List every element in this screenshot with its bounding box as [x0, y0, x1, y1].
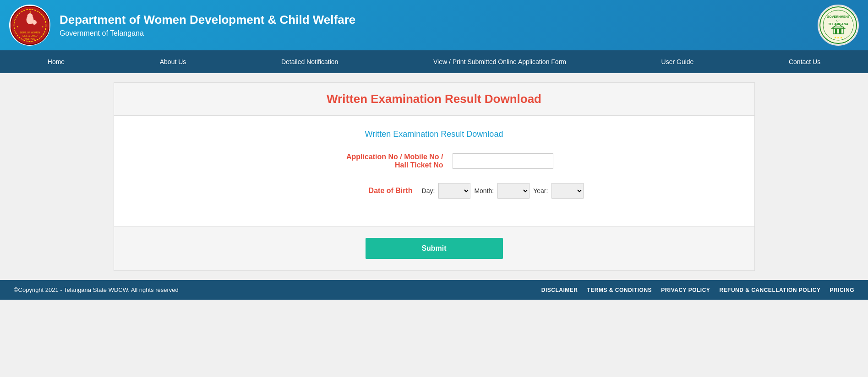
dob-group: Day: Month: Year:	[422, 183, 584, 199]
footer-links: DISCLAIMER TERMS & CONDITIONS PRIVACY PO…	[541, 287, 854, 293]
submit-button[interactable]: Submit	[366, 238, 503, 259]
nav-contact[interactable]: Contact Us	[780, 52, 830, 72]
svg-rect-18	[839, 29, 841, 34]
svg-point-3	[27, 13, 33, 19]
svg-text:OF: OF	[836, 19, 841, 22]
svg-text:★ ★ ★: ★ ★ ★	[834, 36, 842, 39]
org-title: Department of Women Development & Child …	[60, 13, 355, 27]
left-logo: DEPT. OF WOMEN DEV. & CHILD WELFARE ★ ★ …	[9, 5, 50, 46]
right-logo: GOVERNMENT OF TELANGANA ★ ★ ★	[818, 5, 859, 46]
day-select[interactable]	[438, 183, 470, 199]
footer-privacy[interactable]: PRIVACY POLICY	[661, 287, 710, 293]
svg-text:WELFARE: WELFARE	[24, 38, 36, 40]
site-header: DEPT. OF WOMEN DEV. & CHILD WELFARE ★ ★ …	[0, 0, 868, 50]
svg-text:DEV. & CHILD: DEV. & CHILD	[22, 34, 38, 37]
submit-section: Submit	[114, 226, 754, 270]
footer-pricing[interactable]: PRICING	[830, 287, 854, 293]
dob-row: Date of Birth Day: Month: Year:	[123, 183, 745, 199]
copyright-text: ©Copyright 2021 - Telangana State WDCW. …	[14, 286, 179, 293]
header-title-block: Department of Women Development & Child …	[60, 13, 355, 37]
nav-about[interactable]: About Us	[151, 52, 196, 72]
navbar: Home About Us Detailed Notification View…	[0, 50, 868, 73]
svg-text:GOVERNMENT: GOVERNMENT	[827, 15, 850, 18]
app-no-input[interactable]	[453, 153, 553, 169]
day-label: Day:	[422, 187, 435, 194]
nav-user-guide[interactable]: User Guide	[652, 52, 703, 72]
month-select[interactable]	[497, 183, 530, 199]
dob-label: Date of Birth	[284, 187, 413, 195]
svg-rect-17	[835, 29, 837, 34]
page-title-bar: Written Examination Result Download	[114, 83, 754, 116]
app-no-row: Application No / Mobile No /Hall Ticket …	[123, 153, 745, 169]
year-label: Year:	[533, 187, 548, 194]
main-content: Written Examination Result Download Writ…	[114, 82, 755, 271]
footer-terms[interactable]: TERMS & CONDITIONS	[587, 287, 652, 293]
svg-text:DEPT. OF WOMEN: DEPT. OF WOMEN	[20, 31, 40, 34]
nav-home[interactable]: Home	[38, 52, 74, 72]
gov-title: Government of Telangana	[60, 29, 355, 38]
header-left: DEPT. OF WOMEN DEV. & CHILD WELFARE ★ ★ …	[9, 5, 355, 46]
year-select[interactable]	[551, 183, 584, 199]
svg-point-4	[32, 20, 37, 25]
page-title: Written Examination Result Download	[123, 92, 745, 106]
month-label: Month:	[474, 187, 494, 194]
footer-refund[interactable]: REFUND & CANCELLATION POLICY	[719, 287, 820, 293]
form-section: Written Examination Result Download Appl…	[114, 116, 754, 226]
nav-view-print[interactable]: View / Print Submitted Online Applicatio…	[424, 52, 575, 72]
site-footer: ©Copyright 2021 - Telangana State WDCW. …	[0, 280, 868, 300]
app-no-label: Application No / Mobile No /Hall Ticket …	[315, 153, 443, 169]
nav-notification[interactable]: Detailed Notification	[272, 52, 348, 72]
footer-disclaimer[interactable]: DISCLAIMER	[541, 287, 578, 293]
form-subtitle: Written Examination Result Download	[123, 129, 745, 139]
